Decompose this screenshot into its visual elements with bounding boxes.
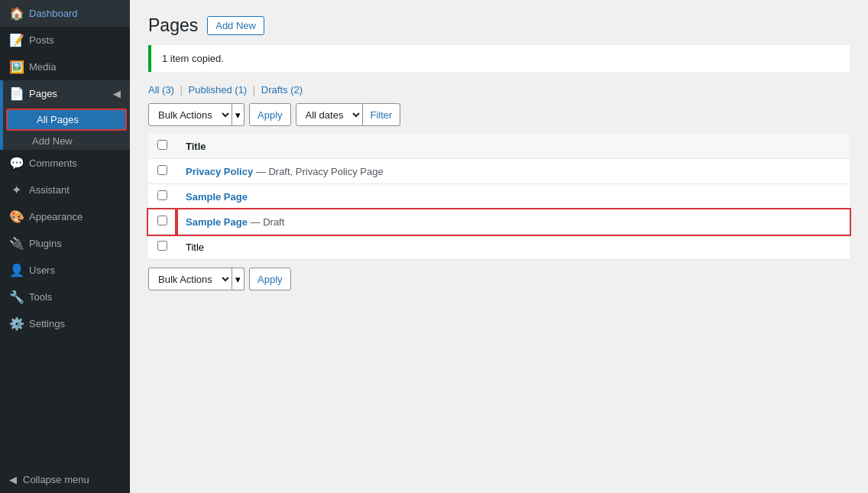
row-title-col: Sample Page — Draft xyxy=(177,209,850,235)
sep1: | xyxy=(180,84,183,96)
bottom-apply-button[interactable]: Apply xyxy=(249,268,291,290)
main-content: Pages Add New 1 item copied. All (3) | P… xyxy=(130,0,868,493)
sidebar-item-label: Plugins xyxy=(29,238,62,249)
pages-table: Title Privacy Policy — Draft, Privacy Po… xyxy=(148,134,850,260)
bottom-toolbar: Bulk Actions ▾ Apply xyxy=(148,268,850,290)
users-icon: 👤 xyxy=(9,263,23,277)
sidebar-item-label: Comments xyxy=(29,157,77,169)
sidebar-item-label: Appearance xyxy=(29,211,83,222)
sidebar-item-comments[interactable]: 💬 Comments xyxy=(0,150,130,177)
notice-text: 1 item copied. xyxy=(162,53,224,64)
sidebar-item-label: Pages xyxy=(29,88,57,99)
sidebar-item-label: Posts xyxy=(29,34,54,46)
filter-drafts[interactable]: Drafts (2) xyxy=(261,84,303,96)
sidebar-item-tools[interactable]: 🔧 Tools xyxy=(0,284,130,310)
sidebar-item-media[interactable]: 🖼️ Media xyxy=(0,54,130,80)
sidebar-item-appearance[interactable]: 🎨 Appearance xyxy=(0,203,130,230)
sidebar-sub-all-pages[interactable]: All Pages xyxy=(6,109,127,131)
bulk-actions-select-wrapper: Bulk Actions ▾ xyxy=(148,103,245,126)
filter-all[interactable]: All (3) xyxy=(148,84,174,96)
sidebar-item-label: Settings xyxy=(29,318,65,329)
pages-arrow-icon: ◀ xyxy=(113,88,121,99)
sidebar-sub-add-new[interactable]: Add New xyxy=(3,132,130,150)
dates-select[interactable]: All dates xyxy=(296,103,363,126)
bottom-bulk-actions-wrapper: Bulk Actions ▾ xyxy=(148,268,245,290)
sep2: | xyxy=(253,84,255,96)
sidebar-item-label: Assistant xyxy=(29,184,70,196)
footer-title-label: Title xyxy=(186,242,204,253)
sidebar-item-label: Dashboard xyxy=(29,8,78,19)
footer-checkbox-col xyxy=(148,235,177,260)
sidebar-item-pages[interactable]: 📄 Pages ◀ xyxy=(3,80,130,107)
page-title: Pages xyxy=(148,15,198,36)
sidebar-item-label: Users xyxy=(29,264,55,276)
table-row: Sample Page xyxy=(148,184,850,209)
posts-icon: 📝 xyxy=(9,33,23,47)
select-all-checkbox[interactable] xyxy=(157,140,167,150)
media-icon: 🖼️ xyxy=(9,60,23,74)
row-checkbox-col xyxy=(148,159,177,184)
filter-links: All (3) | Published (1) | Drafts (2) xyxy=(148,84,850,96)
sidebar: 🏠 Dashboard 📝 Posts 🖼️ Media 📄 Pages ◀ A… xyxy=(0,0,130,493)
row-checkbox[interactable] xyxy=(157,216,167,225)
page-title-link[interactable]: Sample Page xyxy=(186,191,248,203)
table-row: Privacy Policy — Draft, Privacy Policy P… xyxy=(148,159,850,184)
filter-published[interactable]: Published (1) xyxy=(189,84,248,96)
page-meta: — Draft, Privacy Policy Page xyxy=(256,166,384,177)
bulk-actions-chevron[interactable]: ▾ xyxy=(232,103,245,126)
filter-button[interactable]: Filter xyxy=(363,103,401,126)
title-header-label: Title xyxy=(186,141,206,152)
row-checkbox-col xyxy=(148,209,177,235)
settings-icon: ⚙️ xyxy=(9,316,23,331)
assistant-icon: ✦ xyxy=(9,183,23,197)
sidebar-item-posts[interactable]: 📝 Posts xyxy=(0,27,130,54)
collapse-label: Collapse menu xyxy=(23,474,89,485)
add-new-button[interactable]: Add New xyxy=(207,16,264,35)
add-new-label: Add New xyxy=(32,135,73,147)
footer-title-col: Title xyxy=(177,235,850,260)
row-checkbox[interactable] xyxy=(157,190,167,200)
collapse-icon: ◀ xyxy=(9,474,17,485)
all-pages-label: All Pages xyxy=(37,114,79,125)
collapse-menu-button[interactable]: ◀ Collapse menu xyxy=(0,466,130,493)
footer-checkbox[interactable] xyxy=(157,241,167,251)
tools-icon: 🔧 xyxy=(9,290,23,304)
sidebar-item-users[interactable]: 👤 Users xyxy=(0,257,130,284)
page-header: Pages Add New xyxy=(148,15,850,36)
top-toolbar: Bulk Actions ▾ Apply All dates Filter xyxy=(148,103,850,126)
header-checkbox-col xyxy=(148,134,177,159)
bottom-bulk-chevron[interactable]: ▾ xyxy=(232,268,245,290)
table-footer-row: Title xyxy=(148,235,850,260)
row-checkbox[interactable] xyxy=(157,165,167,175)
sidebar-item-label: Tools xyxy=(29,291,52,303)
sidebar-item-dashboard[interactable]: 🏠 Dashboard xyxy=(0,0,130,27)
comments-icon: 💬 xyxy=(9,156,23,170)
sidebar-item-settings[interactable]: ⚙️ Settings xyxy=(0,310,130,337)
row-checkbox-col xyxy=(148,184,177,209)
sidebar-item-label: Media xyxy=(29,61,56,73)
page-meta: — Draft xyxy=(251,216,285,228)
plugins-icon: 🔌 xyxy=(9,236,23,251)
dashboard-icon: 🏠 xyxy=(9,6,23,21)
row-title-col: Privacy Policy — Draft, Privacy Policy P… xyxy=(177,159,850,184)
dates-filter-wrapper: All dates Filter xyxy=(296,103,401,126)
page-title-link[interactable]: Privacy Policy xyxy=(186,166,253,177)
bottom-bulk-actions-select[interactable]: Bulk Actions xyxy=(148,268,232,290)
sidebar-item-assistant[interactable]: ✦ Assistant xyxy=(0,177,130,203)
pages-icon: 📄 xyxy=(9,86,23,101)
page-title-link[interactable]: Sample Page xyxy=(186,216,248,228)
sidebar-item-plugins[interactable]: 🔌 Plugins xyxy=(0,230,130,257)
title-header: Title xyxy=(177,134,850,159)
table-row-highlighted: Sample Page — Draft xyxy=(148,209,850,235)
table-header-row: Title xyxy=(148,134,850,159)
bulk-actions-select[interactable]: Bulk Actions xyxy=(148,103,232,126)
top-apply-button[interactable]: Apply xyxy=(249,103,291,126)
row-title-col: Sample Page xyxy=(177,184,850,209)
notice-bar: 1 item copied. xyxy=(148,45,850,72)
appearance-icon: 🎨 xyxy=(9,209,23,224)
